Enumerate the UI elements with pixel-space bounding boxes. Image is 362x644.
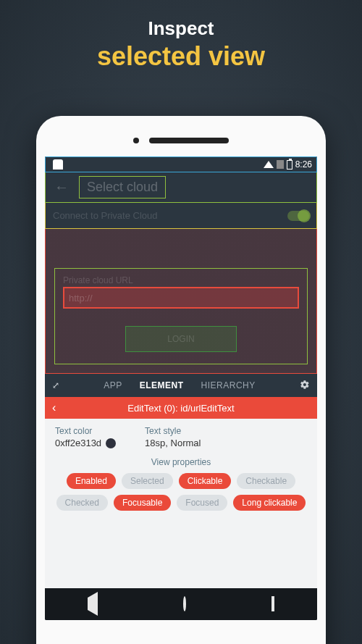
back-arrow-icon[interactable]: ← — [51, 176, 72, 198]
chip-checkable: Checkable — [237, 473, 295, 489]
element-path-bar[interactable]: ‹ EditText (0): id/urlEditText — [45, 397, 317, 419]
connect-row: Connect to Private Cloud — [45, 203, 317, 229]
heading-line1: Inspect — [0, 17, 362, 40]
text-color-label: Text color — [55, 426, 116, 436]
detail-row: Text color 0xff2e313d Text style 18sp, N… — [55, 426, 307, 448]
url-placeholder: http:// — [69, 293, 93, 304]
connect-label: Connect to Private Cloud — [53, 210, 158, 221]
chip-focusable: Focusable — [114, 495, 171, 511]
chip-checked: Checked — [56, 495, 108, 511]
expand-icon[interactable]: ⤢ — [49, 377, 62, 393]
view-properties-label: View properties — [55, 457, 307, 467]
camera-dot — [133, 138, 139, 143]
app-toolbar: ← Select cloud — [45, 172, 317, 203]
chip-clickable: Clickable — [179, 473, 232, 489]
android-icon — [53, 159, 63, 170]
text-style-value: 18sp, Normal — [145, 438, 201, 448]
nav-back-button[interactable] — [88, 598, 98, 611]
battery-icon — [287, 160, 292, 170]
promo-heading: Inspect selected view — [0, 0, 362, 72]
chip-long-clickable: Long clickable — [233, 495, 306, 511]
login-button[interactable]: LOGIN — [125, 326, 237, 352]
chips-container: Enabled Selected Clickable Checkable Che… — [55, 473, 307, 511]
tab-hierarchy[interactable]: HIERARCHY — [193, 380, 264, 390]
phone-frame: 8:26 ← Select cloud Connect to Private C… — [36, 116, 326, 644]
text-style-label: Text style — [145, 426, 201, 436]
chip-enabled: Enabled — [67, 473, 116, 489]
element-path-text: EditText (0): id/urlEditText — [127, 403, 234, 414]
url-label: Private cloud URL — [63, 275, 133, 285]
chevron-left-icon[interactable]: ‹ — [52, 401, 56, 414]
chip-focused: Focused — [177, 495, 227, 511]
inspector-tabrow: ⤢ APP ELEMENT HIERARCHY — [45, 374, 317, 397]
text-style-col: Text style 18sp, Normal — [145, 426, 201, 448]
screen: 8:26 ← Select cloud Connect to Private C… — [45, 156, 317, 620]
status-time: 8:26 — [295, 159, 312, 170]
wifi-icon — [264, 161, 274, 168]
tab-app[interactable]: APP — [95, 380, 131, 390]
toolbar-title: Select cloud — [79, 176, 166, 198]
tab-element[interactable]: ELEMENT — [131, 380, 193, 390]
overlay-area: Private cloud URL http:// LOGIN — [45, 229, 317, 374]
nav-recent-button[interactable] — [272, 598, 274, 611]
color-swatch — [106, 438, 116, 448]
text-color-value: 0xff2e313d — [55, 438, 101, 448]
sim-icon — [277, 160, 284, 169]
text-color-col: Text color 0xff2e313d — [55, 426, 116, 448]
status-bar: 8:26 — [45, 156, 317, 172]
android-navbar — [45, 588, 317, 620]
url-edit-text[interactable]: http:// — [63, 287, 299, 309]
nav-home-button[interactable] — [183, 598, 186, 611]
phone-top — [45, 125, 317, 156]
speaker-slot — [149, 138, 229, 143]
connect-switch[interactable] — [287, 211, 309, 221]
heading-line2: selected view — [0, 41, 362, 72]
gear-icon[interactable] — [297, 377, 313, 395]
detail-panel: Text color 0xff2e313d Text style 18sp, N… — [45, 419, 317, 588]
login-button-label: LOGIN — [167, 334, 194, 344]
chip-selected: Selected — [122, 473, 173, 489]
